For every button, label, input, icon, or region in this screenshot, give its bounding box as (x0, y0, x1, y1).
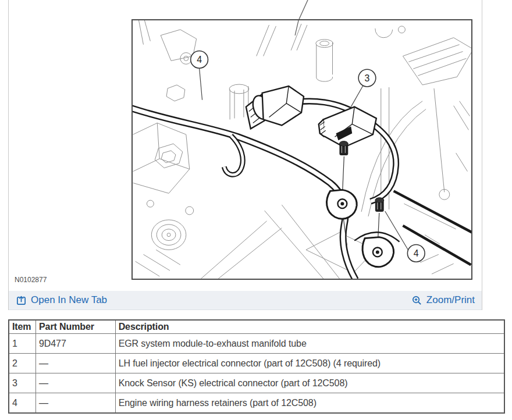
cell-description: Knock Sensor (KS) electrical connector (… (115, 373, 504, 393)
cell-description: EGR system module-to-exhaust manifold tu… (115, 334, 504, 354)
knock-sensor-connector (319, 107, 376, 147)
open-in-new-tab-label: Open In New Tab (31, 294, 107, 306)
zoom-print-link[interactable]: Zoom/Print (411, 294, 475, 306)
harness-retainer-clips (327, 190, 400, 266)
egr-tube (394, 191, 471, 265)
parts-table: Item Part Number Description 1 9D477 EGR… (8, 319, 505, 414)
cell-part-number: 9D477 (36, 334, 116, 354)
cell-item: 4 (9, 393, 36, 414)
svg-text:4: 4 (414, 248, 419, 258)
figure-image: 4 3 4 (131, 19, 472, 280)
figure-id-label: N0102877 (15, 276, 47, 284)
open-in-new-tab-link[interactable]: Open In New Tab (16, 294, 107, 306)
manual-viewer-page: 4 3 4 N0102877 Open In New Tab (0, 0, 512, 420)
cell-description: Engine wiring harness retainers (part of… (115, 393, 504, 414)
svg-text:4: 4 (197, 55, 202, 65)
parts-table-header-row: Item Part Number Description (9, 320, 504, 334)
engine-diagram-drawing: 4 3 4 (133, 20, 471, 279)
cell-description: LH fuel injector electrical connector (p… (115, 354, 504, 373)
callout-leader-above-frame (294, 0, 311, 19)
engine-background-linework (133, 20, 471, 279)
cell-item: 3 (9, 373, 36, 393)
table-row: 1 9D477 EGR system module-to-exhaust man… (9, 334, 504, 354)
magnifier-plus-icon (411, 295, 422, 306)
header-part-number: Part Number (36, 320, 116, 334)
header-description: Description (115, 320, 504, 334)
table-row: 2 — LH fuel injector electrical connecto… (9, 354, 504, 373)
header-item: Item (9, 320, 36, 334)
cell-item: 1 (9, 334, 36, 354)
cell-part-number: — (36, 373, 116, 393)
table-row: 3 — Knock Sensor (KS) electrical connect… (9, 373, 504, 393)
table-row: 4 — Engine wiring harness retainers (par… (9, 393, 504, 414)
cell-item: 2 (9, 354, 36, 373)
content-frame-right-border (482, 0, 482, 310)
fuel-injector-connector (246, 86, 304, 129)
cell-part-number: — (36, 354, 116, 373)
cell-part-number: — (36, 393, 116, 414)
open-in-new-tab-icon (16, 295, 27, 306)
callouts: 4 3 4 (191, 51, 425, 262)
zoom-print-label: Zoom/Print (426, 294, 475, 306)
content-frame-left-border (8, 0, 9, 310)
figure-toolbar: Open In New Tab Zoom/Print (9, 291, 482, 310)
svg-text:3: 3 (365, 73, 370, 83)
